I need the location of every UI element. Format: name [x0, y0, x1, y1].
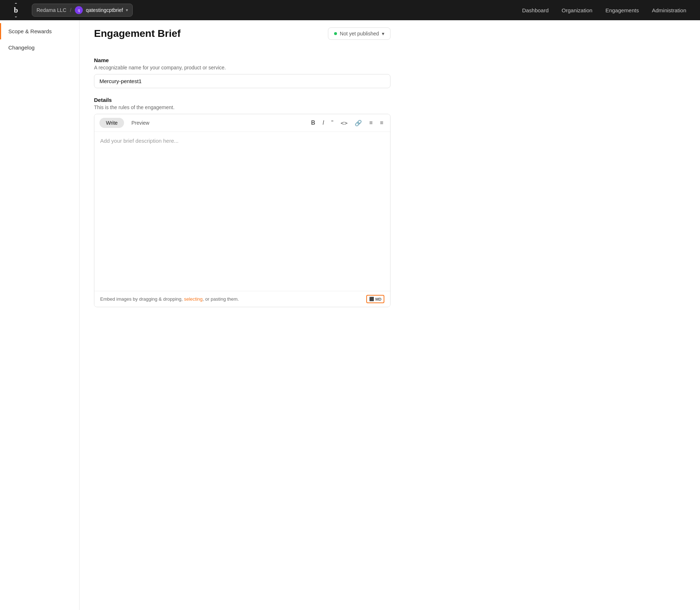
- name-input[interactable]: [94, 74, 390, 88]
- name-description: A recognizable name for your company, pr…: [94, 65, 390, 70]
- md-icon: ⬛: [369, 297, 374, 301]
- write-tab[interactable]: Write: [99, 118, 124, 128]
- unordered-list-icon[interactable]: ≡: [367, 119, 374, 127]
- name-field-section: Name A recognizable name for your compan…: [94, 57, 390, 88]
- details-field-section: Details This is the rules of the engagem…: [94, 97, 390, 307]
- workspace-avatar: q: [75, 6, 83, 14]
- sidebar-item-scope-rewards[interactable]: Scope & Rewards: [0, 23, 79, 39]
- status-chevron-icon: ▾: [382, 31, 384, 36]
- nav-administration[interactable]: Administration: [647, 4, 691, 16]
- code-icon[interactable]: <>: [339, 119, 349, 128]
- markdown-badge: ⬛ MD: [366, 295, 384, 303]
- editor-container: Write Preview B I " <> 🔗 ≡ ≡ Add your br…: [94, 114, 390, 307]
- page-header: Engagement Brief Not yet published ▾: [94, 20, 390, 48]
- preview-tab[interactable]: Preview: [125, 118, 156, 128]
- page-layout: Scope & Rewards Changelog Engagement Bri…: [0, 20, 700, 610]
- logo: b: [9, 3, 23, 17]
- italic-icon[interactable]: I: [321, 119, 326, 127]
- ordered-list-icon[interactable]: ≡: [378, 119, 385, 127]
- topnav: b Redama LLC / q qatestingcptbrief ▾ Das…: [0, 0, 700, 20]
- write-preview-tabs: Write Preview: [99, 118, 156, 128]
- editor-placeholder: Add your brief description here...: [100, 138, 179, 144]
- selecting-link[interactable]: selecting: [184, 296, 202, 302]
- name-label: Name: [94, 57, 390, 63]
- chevron-down-icon: ▾: [126, 8, 128, 13]
- formatting-tools: B I " <> 🔗 ≡ ≡: [309, 119, 385, 128]
- status-button[interactable]: Not yet published ▾: [328, 27, 390, 40]
- company-name: Redama LLC: [37, 7, 67, 13]
- nav-links: Dashboard Organization Engagements Admin…: [517, 4, 691, 16]
- sidebar: Scope & Rewards Changelog: [0, 20, 80, 610]
- separator: /: [70, 7, 72, 13]
- nav-dashboard[interactable]: Dashboard: [517, 4, 554, 16]
- editor-footer: Embed images by dragging & dropping, sel…: [94, 291, 390, 307]
- sidebar-item-label: Scope & Rewards: [8, 28, 52, 34]
- details-label: Details: [94, 97, 390, 103]
- status-label: Not yet published: [340, 31, 379, 36]
- bold-icon[interactable]: B: [309, 119, 317, 127]
- details-description: This is the rules of the engagement.: [94, 104, 390, 110]
- footer-text: Embed images by dragging & dropping, sel…: [100, 296, 239, 302]
- editor-body[interactable]: Add your brief description here...: [94, 132, 390, 291]
- page-title: Engagement Brief: [94, 28, 181, 39]
- nav-engagements[interactable]: Engagements: [600, 4, 644, 16]
- main-content: Engagement Brief Not yet published ▾ Nam…: [80, 20, 405, 610]
- editor-toolbar: Write Preview B I " <> 🔗 ≡ ≡: [94, 114, 390, 132]
- status-dot: [334, 32, 337, 35]
- sidebar-item-label: Changelog: [8, 44, 35, 51]
- workspace-name: qatestingcptbrief: [86, 7, 123, 13]
- workspace-selector[interactable]: Redama LLC / q qatestingcptbrief ▾: [32, 4, 133, 17]
- sidebar-item-changelog[interactable]: Changelog: [0, 39, 79, 56]
- link-icon[interactable]: 🔗: [353, 119, 364, 128]
- nav-organization[interactable]: Organization: [556, 4, 597, 16]
- quote-icon[interactable]: ": [329, 119, 335, 127]
